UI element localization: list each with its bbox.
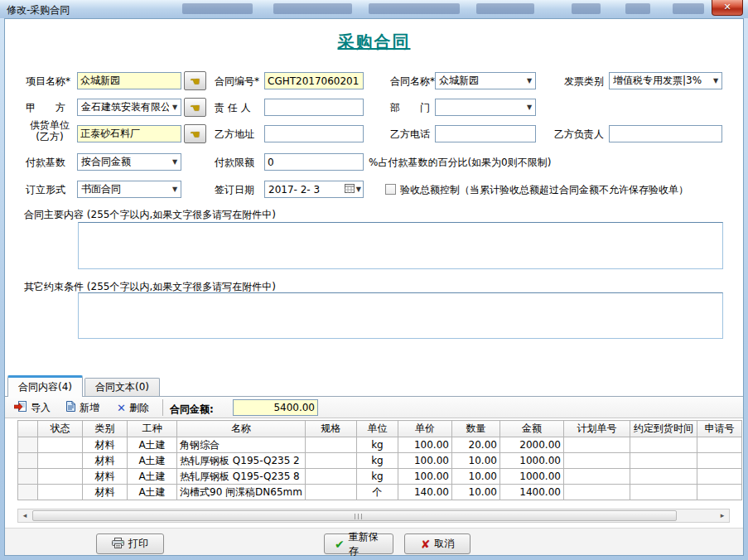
col-header[interactable]: 类别 xyxy=(83,421,128,437)
sign-date-picker[interactable]: 2017- 2- 3 ▼ xyxy=(264,181,364,198)
invoice-type-select[interactable]: 增值税专用发票|3% ▼ xyxy=(609,72,722,89)
col-header[interactable]: 申请号 xyxy=(697,421,741,437)
add-button[interactable]: 新增 xyxy=(65,399,99,416)
chevron-down-icon: ▼ xyxy=(169,104,181,111)
supplier-label: 供货单位 (乙方) xyxy=(23,119,76,142)
printer-icon xyxy=(112,538,124,551)
dialog-body: 采购合同 项目名称* ☚ 合同编号* 合同名称* 众城新园 ▼ 发票类别 增值税… xyxy=(4,18,744,556)
party-a-label: 甲 方 xyxy=(26,101,65,115)
page-title: 采购合同 xyxy=(5,31,743,53)
party-b-phone-label: 乙方电话 xyxy=(390,128,430,142)
check-icon: ✔ xyxy=(335,538,345,551)
party-b-address-label: 乙方地址 xyxy=(215,128,254,142)
chevron-down-icon: ▼ xyxy=(169,186,181,193)
scroll-left-icon[interactable]: ◂ xyxy=(18,509,31,522)
contract-name-label: 合同名称* xyxy=(390,75,435,89)
window-title: 修改-采购合同 xyxy=(7,3,70,17)
supplier-lookup-button[interactable]: ☚ xyxy=(184,124,206,143)
acceptance-total-label: 验收总额控制（当累计验收总额超过合同金额不允许保存验收单） xyxy=(400,183,688,197)
import-icon xyxy=(14,400,27,415)
titlebar-ghost xyxy=(182,3,253,14)
import-button[interactable]: 导入 xyxy=(14,399,51,416)
new-document-icon xyxy=(65,400,76,415)
contract-form-select[interactable]: 书面合同 ▼ xyxy=(77,181,181,198)
dialog-window: 修改-采购合同 ✕ 采购合同 项目名称* ☚ 合同编号* 合同名称* 众城新园 … xyxy=(0,0,748,560)
party-a-lookup-button[interactable]: ☚ xyxy=(184,98,206,117)
titlebar-ghost xyxy=(625,3,650,14)
party-b-address-input[interactable] xyxy=(264,125,364,142)
cancel-button[interactable]: ✘ 取消 xyxy=(404,533,471,554)
party-b-phone-input[interactable] xyxy=(435,125,536,142)
party-b-principal-label: 乙方负责人 xyxy=(554,128,604,142)
col-header[interactable]: 名称 xyxy=(177,421,306,437)
contract-name-select[interactable]: 众城新园 ▼ xyxy=(435,72,536,89)
scrollbar-thumb[interactable] xyxy=(32,510,677,521)
col-header[interactable]: 数量 xyxy=(451,421,499,437)
project-name-input[interactable] xyxy=(77,72,181,89)
col-header[interactable]: 单价 xyxy=(398,421,451,437)
titlebar-ghost xyxy=(273,3,352,14)
main-content-label: 合同主要内容 (255个字以内,如果文字很多请写在附件中) xyxy=(24,208,276,222)
col-header[interactable]: 状态 xyxy=(38,421,83,437)
acceptance-total-checkbox[interactable] xyxy=(385,184,396,195)
delete-button[interactable]: ✕ 删除 xyxy=(117,399,149,416)
payment-base-label: 付款基数 xyxy=(26,156,65,170)
row-selector-header xyxy=(18,421,38,437)
project-name-label: 项目名称* xyxy=(26,75,70,89)
party-b-principal-input[interactable] xyxy=(609,125,722,142)
table-row[interactable]: 材料 A土建 热轧厚钢板 Q195-Q235 8 kg 100.00 10.00… xyxy=(18,469,742,485)
payment-limit-input[interactable] xyxy=(264,153,364,171)
col-header[interactable]: 单位 xyxy=(356,421,398,437)
department-label: 部 门 xyxy=(390,101,430,115)
close-button[interactable]: ✕ xyxy=(712,0,743,16)
col-header[interactable]: 约定到货时间 xyxy=(630,421,697,437)
sign-date-label: 签订日期 xyxy=(215,183,254,197)
col-header[interactable]: 金额 xyxy=(499,421,563,437)
scroll-right-icon[interactable]: ▸ xyxy=(716,509,729,522)
table-row[interactable]: 材料 A土建 热轧厚钢板 Q195-Q235 2 kg 100.00 10.00… xyxy=(18,453,742,469)
hand-icon: ☚ xyxy=(190,101,200,114)
toolbar-separator xyxy=(162,399,163,416)
print-button[interactable]: 打印 xyxy=(96,533,164,554)
detail-toolbar: 导入 新增 ✕ 删除 合同金额: xyxy=(5,396,743,418)
contract-no-label: 合同编号* xyxy=(215,75,259,89)
col-header[interactable]: 规格 xyxy=(305,421,356,437)
contract-amount-label: 合同金额: xyxy=(170,403,214,417)
chevron-down-icon: ▼ xyxy=(169,158,181,166)
department-select[interactable]: ▼ xyxy=(435,99,536,116)
project-lookup-button[interactable]: ☚ xyxy=(184,71,206,90)
save-button[interactable]: ✔ 重新保存 xyxy=(324,533,393,554)
table-row[interactable]: 材料 A土建 角钢综合 kg 100.00 20.00 2000.00 xyxy=(18,437,742,453)
table-header-row: 状态 类别 工种 名称 规格 单位 单价 数量 金额 计划单号 约定到货时间 申… xyxy=(18,421,742,437)
titlebar-ghost xyxy=(476,3,534,14)
titlebar-ghost xyxy=(369,3,460,14)
other-terms-textarea[interactable] xyxy=(78,292,723,339)
col-header[interactable]: 计划单号 xyxy=(563,421,630,437)
titlebar-ghost xyxy=(572,3,601,14)
chevron-down-icon: ▼ xyxy=(356,186,361,193)
calendar-icon xyxy=(345,184,355,196)
chevron-down-icon: ▼ xyxy=(524,104,535,111)
hand-icon: ☚ xyxy=(190,128,200,141)
tab-contract-text[interactable]: 合同文本(0) xyxy=(84,378,160,397)
contract-no-input[interactable] xyxy=(264,72,364,89)
titlebar-ghost xyxy=(673,3,704,14)
cancel-x-icon: ✘ xyxy=(421,538,431,551)
contract-items-table: 状态 类别 工种 名称 规格 单位 单价 数量 金额 计划单号 约定到货时间 申… xyxy=(17,420,742,500)
tab-strip: 合同内容(4) 合同文本(0) xyxy=(7,375,741,397)
responsible-input[interactable] xyxy=(264,99,364,116)
invoice-type-label: 发票类别 xyxy=(564,75,604,89)
tab-contract-content[interactable]: 合同内容(4) xyxy=(7,375,83,397)
col-header[interactable]: 工种 xyxy=(128,421,177,437)
horizontal-scrollbar[interactable]: ◂ ▸ xyxy=(17,509,730,523)
hand-icon: ☚ xyxy=(190,75,200,88)
payment-limit-label: 付款限额 xyxy=(215,156,254,170)
supplier-input[interactable] xyxy=(77,125,181,142)
main-content-textarea[interactable] xyxy=(78,222,723,269)
titlebar[interactable]: 修改-采购合同 ✕ xyxy=(0,0,748,18)
contract-amount-input[interactable] xyxy=(233,399,318,416)
party-a-select[interactable]: 金石建筑安装有限公司 ▼ xyxy=(77,99,181,116)
payment-base-select[interactable]: 按合同金额 ▼ xyxy=(77,153,181,171)
chevron-down-icon: ▼ xyxy=(710,77,721,84)
table-row[interactable]: 材料 A土建 沟槽式90 闸渫稿DN65mm 个 140.00 10.00 14… xyxy=(18,485,742,500)
